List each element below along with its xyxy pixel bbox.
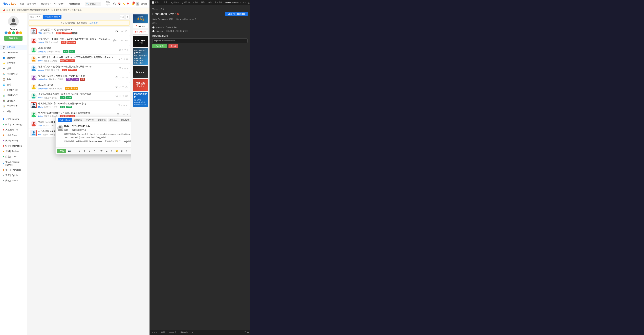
calendar-icon[interactable]: 📅 [118, 2, 120, 6]
search-input[interactable] [90, 3, 97, 5]
pencil-icon[interactable]: ✏️ [122, 2, 125, 6]
sidebar-item-infomation[interactable]: 情报 | Infomation [0, 143, 27, 148]
ad-mkvm[interactable]: MKVN [133, 66, 148, 78]
publish-button[interactable]: 发布主题 [4, 36, 22, 41]
reset-button[interactable]: Reset [168, 44, 178, 48]
rss-icon[interactable]: RSS [120, 14, 124, 19]
sidebar-item-promotion[interactable]: 推广 | Promotion [0, 167, 27, 172]
add-urls-button[interactable]: + Add URLs [152, 44, 167, 48]
post-author-5[interactable]: James [38, 69, 44, 71]
tab-goods[interactable]: 添加商品 [108, 118, 119, 122]
compose-submit-button[interactable]: 发布 [57, 148, 66, 153]
sidebar-item-register[interactable]: 📝 注册书范夫 [0, 104, 27, 109]
logo[interactable]: NodeLoc [3, 2, 16, 6]
sort-filter[interactable]: 最新回复 ▾ [28, 14, 42, 19]
sidebar-item-energy-rank[interactable]: ⚡ 能量排行榜 [0, 87, 27, 93]
sidebar-item-tags[interactable]: 🏷 标签 [0, 109, 27, 114]
toolbar-ol-btn[interactable]: ≡ [110, 149, 114, 153]
sidebar-item-share[interactable]: 分享 | Share [0, 132, 27, 138]
post-title-5[interactable]: 域名转入5折补贴活动(.com域名转入续费均只能36￥/年) [38, 65, 117, 68]
post-title-4[interactable]: DCI发消息了：过5分钟我上免费鸡，今天下午免费鸡可以免费领取一个IPv6（需要… [38, 56, 116, 59]
toolbar-code-btn[interactable]: </> [100, 149, 104, 153]
tab-paid[interactable]: 付费内容 [72, 118, 84, 122]
dt-tab-console[interactable]: >_ 控制台 [169, 0, 180, 5]
ad-quality[interactable]: 优质线路 高速稳定 [133, 79, 148, 91]
option-beautify-radio[interactable] [152, 30, 154, 32]
post-title-1[interactable]: 【新人必看】NL论坛简短版规V1.3 [38, 28, 114, 31]
ad-price-tag[interactable]: 低至 1 美元/月 [133, 30, 148, 34]
sidebar-item-badge[interactable]: 📋 微章 [0, 76, 27, 82]
update-link[interactable]: 立即查看 [90, 22, 98, 24]
post-author-1[interactable]: 管理 [38, 32, 42, 34]
sidebar-item-members[interactable]: 👥 会员名录 [0, 55, 27, 60]
search-bar[interactable]: 🔍 ✕ [85, 2, 101, 6]
sidebar-item-ops-rank[interactable]: 📊 运营排行榜 [0, 93, 27, 98]
option-beautify[interactable]: Beautify HTML, CSS, JS/JSON files [152, 30, 248, 32]
sidebar-item-all-topics[interactable]: 💬 全部主题 [0, 45, 27, 50]
toolbar-more-btn[interactable]: ▾ [125, 149, 129, 153]
dt-tab-add[interactable]: + [242, 1, 244, 5]
toolbar-image-btn[interactable]: 📷 [67, 149, 72, 153]
option-no-content-radio[interactable] [152, 26, 154, 28]
db-tab-autofill[interactable]: 自动填充 [168, 331, 177, 334]
option-no-content[interactable]: Ignore 'No Content' files [152, 26, 248, 28]
ad-zlidc[interactable]: Z zlidc.net [133, 24, 148, 29]
sidebar-item-vps[interactable]: 🖥 VPS/Server [0, 50, 27, 55]
sidebar-item-private[interactable]: 内敛 | Private [0, 178, 27, 183]
tab-share[interactable]: 分享 | Share [58, 118, 72, 122]
devtools-undock-icon[interactable]: ⬚ [248, 1, 250, 4]
post-title-9[interactable]: 昨天中奖的圣何塞nat小鸡准备换成首尔的nat小鸡 [38, 102, 116, 105]
dt-tab-more[interactable]: ⋯ [244, 2, 246, 4]
post-author-7[interactable]: 黑色谁回翻 [38, 87, 48, 90]
dt-tab-elements[interactable]: ◇ 元素 [160, 0, 169, 5]
sidebar-item-general[interactable]: 日报 | General [0, 116, 27, 122]
lang-switcher[interactable]: 简体中文 [106, 1, 112, 7]
post-title-7[interactable]: CloudBlast小鸡 [38, 84, 114, 87]
flag-icon[interactable]: 🚩 [127, 2, 130, 6]
post-title-6[interactable]: 曝光骗子卖视频，网盘会员的，期待mjj搞一下他 [38, 74, 114, 78]
post-author-12[interactable]: fkai [38, 134, 41, 136]
dt-tab-performance[interactable]: 性能 [200, 0, 206, 5]
toolbar-h-btn[interactable]: H [72, 149, 76, 153]
ad-dual[interactable]: 双ISP原生住宅IP 服务全解锁 美国/日本/新加坡/ 英国/台湾/香港VPS [133, 92, 148, 107]
toolbar-strikethrough-btn[interactable]: S [88, 149, 92, 153]
nav-freenodeloc[interactable]: FreeNodeloc ▾ [68, 2, 82, 5]
sidebar-item-ai[interactable]: 人工智能 | AI [0, 127, 27, 132]
sidebar-item-invite[interactable]: 👫 邀请好友 [0, 98, 27, 104]
clear-search-icon[interactable]: ✕ [98, 3, 100, 5]
dt-tab-duopin[interactable]: ⬜ 双屏 [150, 0, 160, 5]
db-tab-add[interactable]: + [192, 331, 193, 334]
post-author-8[interactable]: kulsa [38, 97, 43, 99]
post-author-11[interactable]: 培仔 [38, 124, 42, 127]
dt-tab-resources-saver[interactable]: ResourcesSaver ✕ [224, 0, 242, 5]
nav-guide[interactable]: 新手指南 ▾ [28, 2, 38, 5]
sidebar-item-shop[interactable]: 🏪 社区装饰店 [0, 71, 27, 76]
dt-tab-sources[interactable]: {} 源代码 [181, 0, 191, 5]
nav-trade[interactable]: 中介交易 ▾ [54, 2, 64, 5]
post-title-10[interactable]: 明天鸭子说放80台机子，有需要的观望：ducky.ci/free [38, 111, 115, 114]
db-tab-network-conditions[interactable]: 网络条件 [180, 331, 188, 334]
sidebar-item-account-sharing[interactable]: 拼车 | Account-sharing [0, 159, 27, 167]
ad-iwebfusion[interactable]: iwebfusion 成立于2001年 美国/主机/站群/特价 E5/128G/… [133, 48, 148, 65]
toolbar-table-btn[interactable]: ⊞ [120, 149, 124, 153]
db-tab-console[interactable]: 控制台 [151, 331, 158, 334]
post-title-3[interactable]: 舔狗日记源码 [38, 47, 117, 50]
post-author-4[interactable]: lily99 [38, 60, 42, 62]
ad-2h2g[interactable]: 2H2G 19.9元 [133, 14, 148, 23]
dt-tab-memory[interactable]: 内存 [206, 0, 213, 5]
sidebar-item-trade[interactable]: 交易 | Trade [0, 154, 27, 159]
post-author-2[interactable]: xiaoya [38, 41, 44, 43]
db-expand-icon[interactable]: ⛶ [244, 331, 246, 334]
user-avatar[interactable] [136, 2, 139, 6]
toolbar-emoji-btn[interactable]: 😊 [114, 149, 118, 153]
toolbar-bold-btn[interactable]: B [78, 149, 82, 153]
post-author-6[interactable]: 金字金奖奖 [38, 78, 48, 80]
sidebar-item-beauty[interactable]: 美好 | Beauty [0, 138, 27, 143]
ext-refresh-icon[interactable]: ↻ [177, 12, 179, 16]
dt-tab-network[interactable]: ≡ 网络 [191, 0, 200, 5]
category-filter[interactable]: 产品领域: 全部 ▾ [43, 14, 62, 19]
nav-home[interactable]: 首页 [20, 2, 24, 5]
db-settings-icon[interactable]: ⚙ [247, 331, 249, 334]
toolbar-link-btn[interactable]: A [92, 149, 96, 153]
sidebar-item-coolsite[interactable]: 🌐 酷站 [0, 82, 27, 87]
